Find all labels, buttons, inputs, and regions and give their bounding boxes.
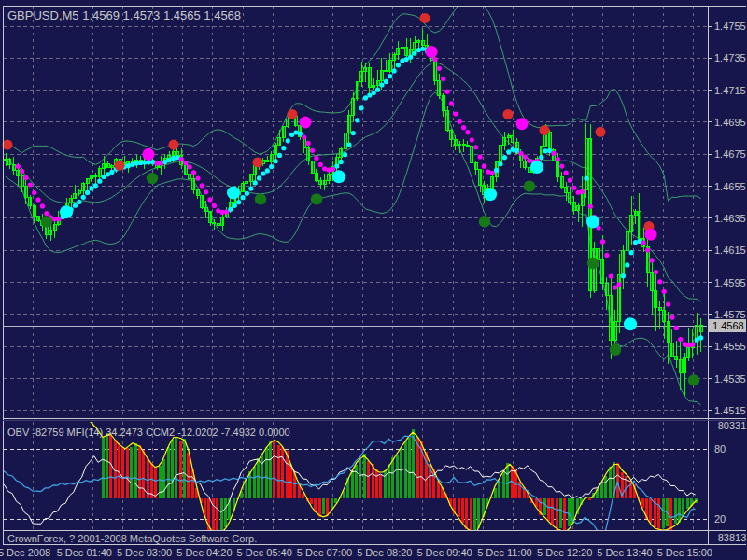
candle-body <box>172 152 175 155</box>
trend-trail-dot <box>604 253 609 258</box>
trend-trail-dot <box>289 133 294 137</box>
trend-trail-dot <box>35 197 40 202</box>
main-chart-plot-area[interactable] <box>4 7 707 417</box>
trend-trail-dot <box>551 151 556 156</box>
trend-trail-dot <box>511 147 515 152</box>
ccm2-histogram-bar <box>568 498 571 526</box>
trend-trail-dot <box>306 141 311 146</box>
ccm2-histogram-bar <box>473 498 476 530</box>
trend-trail-dot <box>207 197 212 202</box>
trend-trail-dot <box>293 130 298 134</box>
trend-trail-dot <box>682 342 686 346</box>
candle-body <box>675 357 678 360</box>
candle-body <box>74 193 77 199</box>
ccm2-histogram-bar <box>600 483 603 498</box>
trend-trail-dot <box>666 302 670 307</box>
ccm2-histogram-bar <box>686 498 689 509</box>
candle-body <box>560 177 563 188</box>
candle-body <box>82 183 85 191</box>
ccm2-histogram-bar <box>142 450 145 498</box>
level-80-label: 80 <box>714 443 726 455</box>
trend-trail-dot <box>441 77 445 81</box>
trend-trail-dot <box>547 148 552 153</box>
candle-body <box>462 145 465 146</box>
candle-body <box>679 360 682 373</box>
candle-body <box>442 96 444 110</box>
candle-body <box>651 273 654 291</box>
ccm2-histogram-bar <box>351 470 354 498</box>
trend-trail-dot <box>616 282 621 287</box>
trend-trail-dot <box>576 190 581 195</box>
candle-body <box>421 40 424 45</box>
candle-body <box>356 82 359 99</box>
candle-body <box>610 296 613 340</box>
candle-body <box>630 216 633 232</box>
candle-body <box>409 50 412 56</box>
candle-body <box>507 135 510 137</box>
trend-trail-dot <box>654 270 658 274</box>
trend-trail-dot <box>77 200 81 204</box>
trend-trail-dot <box>633 240 638 245</box>
candle-body <box>618 275 621 321</box>
price-box-value: 1.4568 <box>712 320 744 331</box>
candle-body <box>577 206 580 211</box>
trend-trail-dot <box>470 137 474 142</box>
ccm2-histogram-bar <box>408 438 411 498</box>
ccm2-histogram-bar <box>375 469 378 498</box>
price-tick-label: 1.4615 <box>714 245 746 256</box>
candle-body <box>278 137 281 145</box>
candle-body <box>176 152 178 156</box>
ccm2-histogram-bar <box>167 447 170 498</box>
signal-dot-green <box>147 173 158 184</box>
trend-trail-dot <box>245 191 249 196</box>
ccm2-histogram-bar <box>388 464 390 498</box>
trend-trail-dot <box>273 159 277 163</box>
ccm2-histogram-bar <box>130 447 133 499</box>
time-tick-label: 5 Dec 15:00 <box>657 547 712 558</box>
candle-body <box>663 310 666 321</box>
candle-body <box>213 222 216 224</box>
time-tick-label: 5 Dec 09:40 <box>416 547 472 558</box>
price-tick-label: 1.4655 <box>714 181 746 192</box>
candle-body <box>499 146 501 162</box>
candle-body <box>474 162 477 169</box>
ccm2-histogram-bar <box>310 498 313 504</box>
signal-dot-cyan <box>586 215 599 228</box>
trend-trail-dot <box>359 105 363 110</box>
trend-trail-dot <box>126 163 131 168</box>
signal-dot-red <box>169 140 179 150</box>
candle-body <box>221 217 224 226</box>
candle-body <box>388 61 391 72</box>
trend-trail-dot <box>556 157 560 161</box>
candle-body <box>658 307 661 310</box>
candle-body <box>393 54 396 60</box>
ccm2-histogram-bar <box>134 443 137 498</box>
candle-body <box>373 86 375 87</box>
ccm2-histogram-bar <box>604 476 607 498</box>
candle-body <box>528 168 530 173</box>
candle-body <box>70 199 73 203</box>
candle-body <box>360 72 363 82</box>
candle-body <box>5 159 7 160</box>
trend-trail-dot <box>298 132 303 136</box>
quote-title: GBPUSD,M5 1.4569 1.4573 1.4565 1.4568 <box>7 8 241 22</box>
price-tick-label: 1.4575 <box>714 309 746 320</box>
trend-trail-dot <box>641 240 646 245</box>
trend-trail-dot <box>502 155 507 160</box>
trend-trail-dot <box>159 161 163 165</box>
trend-trail-dot <box>568 178 572 183</box>
ccm2-histogram-bar <box>265 447 268 499</box>
price-tick-label: 1.4635 <box>714 213 746 224</box>
candle-body <box>37 217 40 220</box>
trend-trail-dot <box>248 186 253 190</box>
trend-trail-dot <box>171 156 176 161</box>
signal-dot-green <box>41 216 52 227</box>
trend-trail-dot <box>563 171 568 175</box>
signal-dot-red <box>3 140 13 150</box>
ccm2-histogram-bar <box>551 498 554 525</box>
signal-dot-red <box>288 109 298 119</box>
ccm2-histogram-bar <box>559 498 562 527</box>
candle-body <box>249 174 252 181</box>
trend-trail-dot <box>269 164 274 169</box>
candle-body <box>340 149 343 158</box>
